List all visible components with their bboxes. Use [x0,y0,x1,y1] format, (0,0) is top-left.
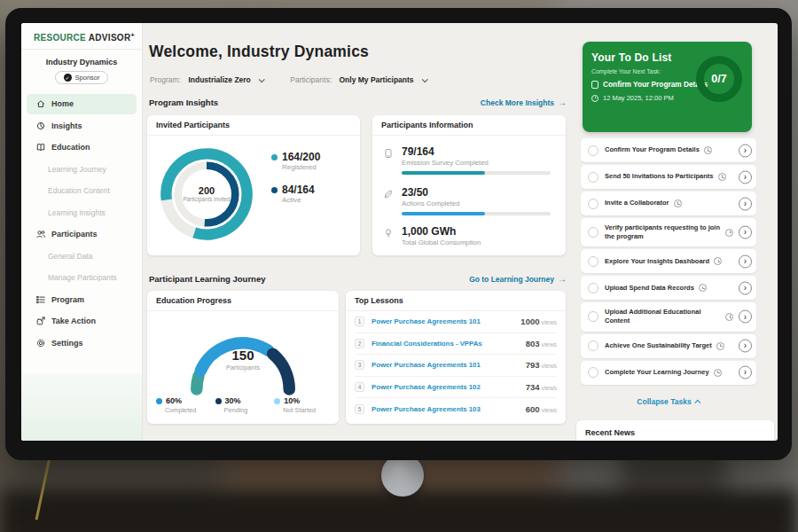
todo-list: Confirm Your Program Details Send 50 Inv… [581,138,756,387]
legend-dot [215,398,222,404]
sidebar-item-learning-journey[interactable]: Learning Journey [21,159,142,181]
sidebar-item-settings[interactable]: Settings [21,332,142,355]
donut-legend: 164/200 Registered 84/164 Active [271,151,320,216]
sidebar-item-home[interactable]: Home [27,94,137,114]
clock-icon [718,173,726,181]
clock-icon [714,369,722,377]
legend-value: 10% [284,396,300,405]
todo-item-label: Invite a Collaborator [605,199,669,207]
stat-value: 79/164 [402,145,551,158]
lesson-views: 600views [526,404,557,414]
checkbox[interactable] [588,227,598,238]
filters-row: Program: Industrialize Zero Participants… [150,70,426,86]
program-filter-label: Program: [150,75,181,84]
clock-icon [716,342,724,350]
todo-item[interactable]: Verify participants requesting to join t… [581,218,756,246]
participants-filter[interactable]: Participants: Only My Participants [290,70,426,86]
todo-item[interactable]: Achieve One Sustainability Target [581,334,756,358]
todo-item[interactable]: Invite a Collaborator [581,192,756,215]
todo-item[interactable]: Upload Additional Educational Content [581,302,756,331]
checkbox[interactable] [588,311,598,322]
legend-dot [274,398,280,404]
top-lessons-card: Top Lessons 1 Power Purchase Agreements … [346,291,566,424]
lesson-link[interactable]: Power Purchase Agreements 103 [372,405,481,413]
lesson-link[interactable]: Financial Considerations - VPPAs [372,340,482,348]
lesson-link[interactable]: Power Purchase Agreements 102 [372,383,481,391]
clock-icon [704,146,712,154]
stat-emission-survey: 79/164 Emission Survey Completed [383,145,553,175]
stat-value: 23/50 [402,186,551,199]
main-content: Welcome, Industry Dynamics Program: Indu… [143,23,577,441]
todo-datetime-label: 12 May 2025, 12:00 PM [603,94,674,102]
todo-item-label: Upload Additional Educational Content [605,308,721,325]
take-action-icon [36,317,45,325]
sponsor-label: Sponsor [75,74,100,82]
chevron-right-icon[interactable] [739,226,752,239]
sidebar-item-general-data[interactable]: General Data [21,246,142,268]
card-title: Invited Participants [147,115,360,136]
sidebar-item-label: Education [51,143,90,152]
lesson-link[interactable]: Power Purchase Agreements 101 [372,361,481,369]
chevron-right-icon[interactable] [739,310,752,324]
lesson-rank: 3 [355,360,364,370]
todo-item[interactable]: Upload Spend Data Records [581,276,756,300]
sidebar-item-program[interactable]: Program [21,289,142,311]
chevron-right-icon[interactable] [739,340,752,353]
go-to-learning-journey-link[interactable]: Go to Learning Journey [469,274,567,284]
sidebar-item-label: Take Action [51,317,96,325]
todo-item[interactable]: Explore Your Insights Dashboard [581,249,756,273]
lesson-rank: 1 [355,317,364,326]
sidebar-item-label: Learning Insights [48,208,106,217]
lesson-row: 2 Financial Considerations - VPPAs 803vi… [355,333,557,356]
chevron-right-icon[interactable] [739,254,752,268]
todo-item[interactable]: Send 50 Invitations to Participants [581,165,756,189]
sponsor-icon [64,74,72,82]
checkbox[interactable] [588,145,598,156]
program-icon [36,295,45,304]
org-name: Industry Dynamics [21,58,142,66]
chevron-right-icon[interactable] [739,197,752,210]
lesson-views: 734views [526,382,557,392]
lesson-rank: 2 [355,339,364,348]
program-filter[interactable]: Program: Industrialize Zero [150,70,263,86]
chevron-right-icon[interactable] [739,366,752,379]
gauge-center-value: 150 [160,348,326,363]
gauge-center-label: Participants [160,364,326,372]
chevron-right-icon[interactable] [739,170,752,184]
sidebar-item-label: Manage Participants [48,273,117,282]
sidebar-item-participants[interactable]: Participants [21,223,142,246]
sidebar-item-take-action[interactable]: Take Action [21,310,142,332]
stat-label: Actions Completed [402,200,551,207]
chevron-right-icon[interactable] [739,144,752,157]
checkbox[interactable] [588,172,598,183]
chevron-right-icon[interactable] [739,281,752,294]
sidebar-item-insights[interactable]: Insights [21,115,142,137]
checkbox[interactable] [588,340,598,351]
lesson-views: 1000views [520,317,557,326]
todo-progress-ring: 0/7 [696,56,742,102]
sidebar-item-education-content[interactable]: Education Content [21,180,142,202]
check-more-insights-link[interactable]: Check More Insights [481,98,567,107]
donut-center-label: Participants Invited [182,196,231,203]
sponsor-badge[interactable]: Sponsor [55,71,109,84]
checkbox[interactable] [588,283,598,293]
lesson-link[interactable]: Power Purchase Agreements 101 [372,317,481,325]
participants-filter-value: Only My Participants [339,75,413,84]
checkbox[interactable] [588,367,598,378]
todo-item[interactable]: Confirm Your Program Details [581,138,756,162]
legend-value: 30% [225,396,241,405]
sidebar-item-education[interactable]: Education [21,137,142,159]
sidebar-item-learning-insights[interactable]: Learning Insights [21,202,142,224]
lesson-row: 5 Power Purchase Agreements 103 600views [355,398,557,420]
checkbox[interactable] [588,199,598,209]
legend-value: 60% [166,396,182,405]
todo-item[interactable]: Complete Your Learning Journey [581,361,756,385]
legend-item-not-started: 10% Not Started [274,396,333,414]
sidebar-item-manage-participants[interactable]: Manage Participants [21,267,142,289]
donut-center-value: 200 [199,185,215,196]
insights-icon [36,121,45,130]
checkbox[interactable] [588,256,598,267]
collapse-tasks-link[interactable]: Collapse Tasks [575,397,763,406]
legend-dot [156,398,162,404]
clock-icon [674,200,682,207]
